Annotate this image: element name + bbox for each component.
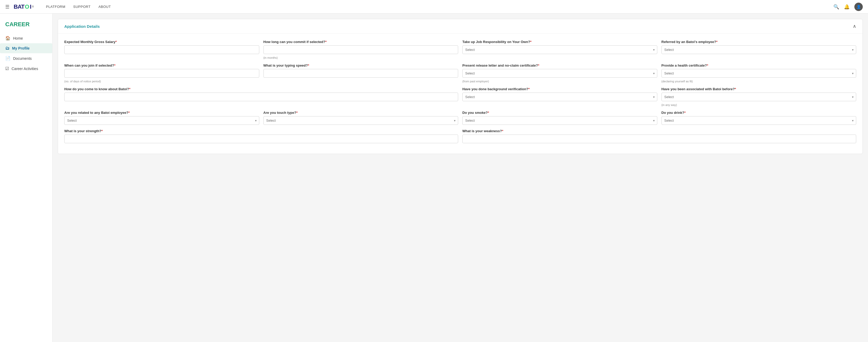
label-smoke: Do you smoke?* — [462, 111, 657, 115]
select-wrapper-drink: Select Yes No ▾ — [661, 116, 857, 125]
logo-i: I — [30, 3, 31, 10]
nav-right: 🔍 🔔 👤 — [833, 3, 863, 11]
avatar[interactable]: 👤 — [855, 3, 863, 11]
select-wrapper-release-letter: Select Yes No ▾ — [462, 69, 657, 77]
label-associated-batoi: Have you been associated with Batoi befo… — [661, 87, 857, 91]
form-row-4: Are you related to any Batoi employee?* … — [64, 111, 856, 125]
hint-when-join: (no. of days of notice period) — [64, 80, 259, 83]
sidebar-item-career-activities-label: Career Activities — [11, 67, 38, 71]
label-weakness: What is your weakness?* — [462, 129, 856, 133]
field-expected-salary: Expected Monthly Gross Salary* — [64, 40, 259, 59]
select-wrapper-associated-batoi: Select Yes No ▾ — [661, 93, 857, 101]
application-details-card: Application Details ∧ Expected Monthly G… — [58, 19, 863, 154]
form-row-5: What is your strength?* What is your wea… — [64, 129, 856, 143]
card-collapse-button[interactable]: ∧ — [853, 23, 856, 29]
label-know-batoi: How do you come to know about Batoi?* — [64, 87, 458, 91]
field-associated-batoi: Have you been associated with Batoi befo… — [661, 87, 857, 106]
search-icon[interactable]: 🔍 — [833, 4, 839, 10]
input-strength[interactable] — [64, 134, 458, 143]
input-typing-speed[interactable] — [264, 69, 458, 77]
select-wrapper-background-verification: Select Yes No ▾ — [462, 93, 657, 101]
sidebar: CAREER 🏠 Home 🗂 My Profile 📄 Documents ☑… — [0, 13, 53, 342]
sidebar-item-myprofile[interactable]: 🗂 My Profile — [0, 43, 52, 53]
field-job-responsibility: Take up Job Responsibility on Your Own?*… — [462, 40, 657, 59]
sidebar-item-myprofile-label: My Profile — [12, 46, 30, 50]
sidebar-title: CAREER — [0, 19, 52, 33]
label-referred-employee: Referred by an Batoi's employee?* — [661, 40, 857, 44]
field-weakness: What is your weakness?* — [462, 129, 856, 143]
profile-icon: 🗂 — [5, 46, 9, 51]
select-smoke[interactable]: Select Yes No — [462, 116, 657, 125]
form-row-2: When can you join if selected?* (no. of … — [64, 63, 856, 83]
label-release-letter: Present release letter and no-claim cert… — [462, 63, 657, 67]
select-drink[interactable]: Select Yes No — [661, 116, 857, 125]
main-content: Application Details ∧ Expected Monthly G… — [53, 13, 868, 342]
hint-health-certificate: (declaring yourself as fit) — [661, 80, 857, 83]
hint-release-letter: (from past employer) — [462, 80, 657, 83]
label-background-verification: Have you done background verification?* — [462, 87, 657, 91]
logo-bat: BAT — [13, 3, 24, 10]
label-strength: What is your strength?* — [64, 129, 458, 133]
logo-reg: ® — [32, 5, 34, 8]
field-release-letter: Present release letter and no-claim cert… — [462, 63, 657, 83]
field-drink: Do you drink?* Select Yes No ▾ — [661, 111, 857, 125]
nav-support[interactable]: SUPPORT — [73, 5, 91, 9]
sidebar-item-career-activities[interactable]: ☑ Career Activities — [0, 63, 52, 74]
field-smoke: Do you smoke?* Select Yes No ▾ — [462, 111, 657, 125]
hint-associated-batoi: (in any way) — [661, 103, 857, 106]
card-header-title: Application Details — [64, 24, 100, 29]
field-typing-speed: What is your typing speed?* — [264, 63, 458, 83]
hint-commit-duration: (in months) — [264, 56, 458, 59]
select-release-letter[interactable]: Select Yes No — [462, 69, 657, 77]
field-know-batoi: How do you come to know about Batoi?* — [64, 87, 458, 106]
sidebar-item-home[interactable]: 🏠 Home — [0, 33, 52, 43]
select-wrapper-smoke: Select Yes No ▾ — [462, 116, 657, 125]
home-icon: 🏠 — [5, 36, 10, 41]
input-expected-salary[interactable] — [64, 45, 259, 54]
field-related-employee: Are you related to any Batoi employee?* … — [64, 111, 259, 125]
input-commit-duration[interactable] — [264, 45, 458, 54]
field-touch-type: Are you touch type?* Select Yes No ▾ — [264, 111, 458, 125]
field-referred-employee: Referred by an Batoi's employee?* Select… — [661, 40, 857, 59]
sidebar-item-documents-label: Documents — [13, 56, 32, 61]
field-health-certificate: Provide a health certificate?* Select Ye… — [661, 63, 857, 83]
logo-o: O — [25, 3, 29, 10]
label-job-responsibility: Take up Job Responsibility on Your Own?* — [462, 40, 657, 44]
field-strength: What is your strength?* — [64, 129, 458, 143]
select-associated-batoi[interactable]: Select Yes No — [661, 93, 857, 101]
select-wrapper-related-employee: Select Yes No ▾ — [64, 116, 259, 125]
page-layout: CAREER 🏠 Home 🗂 My Profile 📄 Documents ☑… — [0, 13, 868, 342]
input-when-join[interactable] — [64, 69, 259, 77]
select-wrapper-referred-employee: Select Yes No ▾ — [661, 45, 857, 54]
form-row-1: Expected Monthly Gross Salary* How long … — [64, 40, 856, 59]
label-health-certificate: Provide a health certificate?* — [661, 63, 857, 67]
select-background-verification[interactable]: Select Yes No — [462, 93, 657, 101]
card-header: Application Details ∧ — [58, 19, 863, 34]
form-row-3: How do you come to know about Batoi?* Ha… — [64, 87, 856, 106]
input-know-batoi[interactable] — [64, 93, 458, 101]
label-when-join: When can you join if selected?* — [64, 63, 259, 67]
label-commit-duration: How long can you commit if selected?* — [264, 40, 458, 44]
hamburger-menu[interactable]: ☰ — [5, 4, 9, 10]
sidebar-item-documents[interactable]: 📄 Documents — [0, 53, 52, 63]
select-job-responsibility[interactable]: Select Yes No — [462, 45, 657, 54]
sidebar-item-home-label: Home — [13, 36, 23, 40]
label-expected-salary: Expected Monthly Gross Salary* — [64, 40, 259, 44]
avatar-icon: 👤 — [857, 5, 861, 9]
documents-icon: 📄 — [5, 56, 10, 61]
select-related-employee[interactable]: Select Yes No — [64, 116, 259, 125]
select-referred-employee[interactable]: Select Yes No — [661, 45, 857, 54]
form-body: Expected Monthly Gross Salary* How long … — [58, 34, 863, 154]
nav-about[interactable]: ABOUT — [98, 5, 111, 9]
logo: BAT O I ® — [13, 3, 34, 10]
bell-icon[interactable]: 🔔 — [844, 4, 849, 10]
input-weakness[interactable] — [462, 134, 856, 143]
label-drink: Do you drink?* — [661, 111, 857, 115]
select-touch-type[interactable]: Select Yes No — [264, 116, 458, 125]
field-when-join: When can you join if selected?* (no. of … — [64, 63, 259, 83]
nav-platform[interactable]: PLATFORM — [46, 5, 65, 9]
label-related-employee: Are you related to any Batoi employee?* — [64, 111, 259, 115]
nav-left: ☰ BAT O I ® PLATFORM SUPPORT ABOUT — [5, 3, 111, 10]
select-health-certificate[interactable]: Select Yes No — [661, 69, 857, 77]
label-typing-speed: What is your typing speed?* — [264, 63, 458, 67]
